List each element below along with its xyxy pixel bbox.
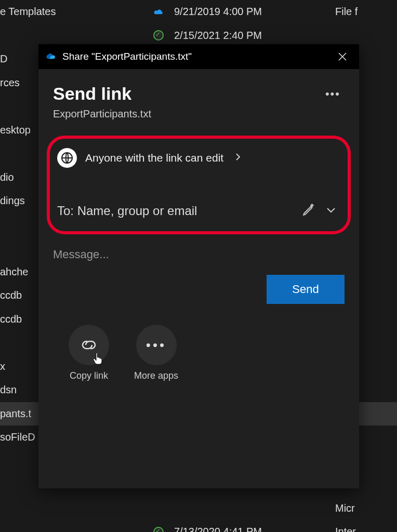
link-settings-button[interactable]: Anyone with the link can edit [57,148,340,168]
copy-link-button[interactable]: Copy link [69,325,109,381]
close-button[interactable] [333,47,352,66]
chevron-down-icon[interactable] [322,204,340,218]
more-dots-icon: ••• [146,337,166,353]
more-apps-button[interactable]: ••• More apps [134,325,178,381]
share-dialog: Share "ExportParticipants.txt" Send link… [38,44,359,488]
annotation-highlight: Anyone with the link can edit To: Name, … [47,136,351,234]
send-button[interactable]: Send [267,275,345,304]
chevron-right-icon [235,153,241,163]
onedrive-icon [46,52,57,61]
globe-icon [57,148,77,168]
link-icon [78,338,99,352]
link-setting-text: Anyone with the link can edit [85,152,223,164]
recipients-field[interactable]: To: Name, group or email [57,201,340,221]
more-apps-label: More apps [134,370,178,381]
shared-filename: ExportParticipants.txt [53,108,345,120]
message-input[interactable] [53,244,345,265]
copy-link-label: Copy link [70,370,108,381]
cursor-hand-icon [92,352,104,368]
send-link-heading: Send link [53,84,131,104]
file-row[interactable]: 7/13/2020 4:41 PMInter [0,520,397,532]
dialog-footer: Copy link ••• More apps [38,325,359,381]
pencil-icon[interactable] [300,201,317,221]
file-row[interactable]: e Templates9/21/2019 4:00 PMFile f [0,0,397,24]
file-row[interactable]: Micr [0,497,397,521]
message-area [38,234,359,265]
dialog-titlebar: Share "ExportParticipants.txt" [38,44,359,69]
dialog-title: Share "ExportParticipants.txt" [62,51,192,62]
link-settings-more-button[interactable]: ••• [321,85,345,103]
dialog-header: Send link ••• ExportParticipants.txt [38,69,359,126]
